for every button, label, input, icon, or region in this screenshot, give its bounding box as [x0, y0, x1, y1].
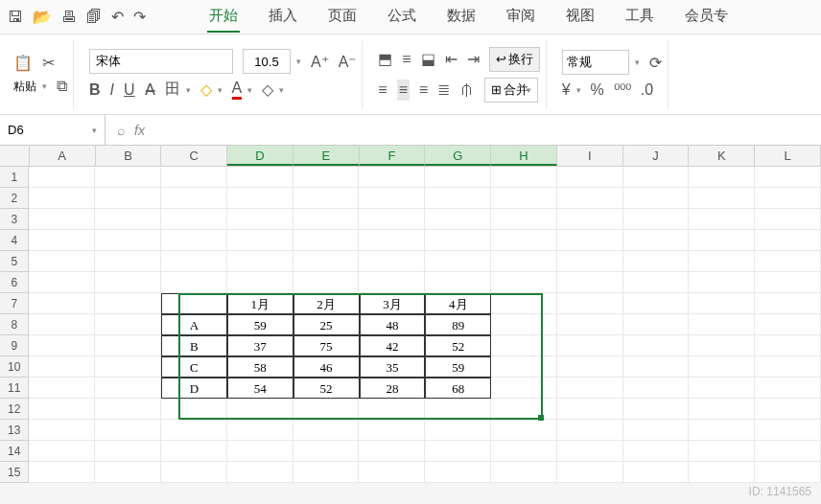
cell[interactable]	[29, 420, 95, 441]
indent-increase-icon[interactable]: ⇥	[467, 50, 480, 68]
cell[interactable]	[557, 209, 623, 230]
cell[interactable]	[623, 272, 690, 293]
cell[interactable]	[359, 399, 425, 420]
cell[interactable]: 3月	[360, 293, 426, 314]
col-header[interactable]: J	[623, 146, 690, 166]
chevron-down-icon[interactable]: ▾	[186, 85, 191, 95]
cell[interactable]	[623, 167, 690, 188]
cell[interactable]	[29, 399, 95, 420]
cell[interactable]	[161, 462, 227, 483]
cell[interactable]: 28	[360, 378, 426, 399]
cell[interactable]	[227, 462, 293, 483]
cell[interactable]	[161, 441, 227, 462]
cell[interactable]	[491, 272, 557, 293]
row-header[interactable]: 5	[0, 251, 29, 272]
cell[interactable]: 54	[227, 378, 293, 399]
cell[interactable]	[95, 188, 161, 209]
col-header[interactable]: L	[755, 146, 821, 166]
cell[interactable]	[557, 441, 623, 462]
cell[interactable]	[623, 314, 690, 335]
cell[interactable]	[557, 188, 623, 209]
cell[interactable]	[161, 272, 227, 293]
cell[interactable]	[293, 251, 360, 272]
cell[interactable]	[755, 293, 821, 314]
cell[interactable]	[95, 399, 161, 420]
fill-color-icon[interactable]: ◇	[200, 80, 212, 99]
cell[interactable]	[425, 251, 491, 272]
cell[interactable]	[359, 230, 425, 251]
cell[interactable]: 52	[293, 378, 360, 399]
wrap-text-button[interactable]: ↩换行	[489, 47, 540, 72]
cell[interactable]: 42	[360, 335, 426, 356]
chevron-down-icon[interactable]: ▾	[296, 57, 301, 66]
row-header[interactable]: 9	[0, 335, 29, 356]
cell[interactable]	[557, 356, 623, 378]
cell[interactable]	[161, 230, 227, 251]
cut-icon[interactable]: ✂	[42, 54, 55, 72]
cell[interactable]: 4月	[425, 293, 491, 314]
cell[interactable]	[425, 167, 491, 188]
cell[interactable]	[359, 188, 425, 209]
chevron-down-icon[interactable]: ▾	[42, 81, 47, 91]
cell[interactable]	[491, 420, 557, 441]
cell[interactable]	[227, 209, 293, 230]
cell[interactable]	[29, 441, 95, 462]
row-header[interactable]: 2	[0, 188, 29, 209]
row-header[interactable]: 14	[0, 441, 29, 462]
open-icon[interactable]: 📂	[33, 8, 52, 26]
cell[interactable]	[623, 293, 690, 314]
row-header[interactable]: 8	[0, 314, 29, 335]
row-header[interactable]: 6	[0, 272, 29, 293]
cell[interactable]: C	[161, 356, 227, 378]
cell[interactable]	[293, 441, 360, 462]
cell[interactable]	[755, 378, 821, 399]
cell[interactable]	[359, 167, 425, 188]
undo-icon[interactable]: ↶	[111, 8, 124, 26]
row-header[interactable]: 7	[0, 293, 29, 314]
cell[interactable]	[95, 314, 161, 335]
cell[interactable]	[557, 335, 623, 356]
search-icon[interactable]: ⌕	[117, 123, 125, 138]
formula-input[interactable]	[154, 123, 809, 137]
col-header[interactable]: E	[293, 146, 360, 166]
cell[interactable]	[359, 272, 425, 293]
number-format-select[interactable]	[562, 50, 629, 75]
decrease-font-icon[interactable]: A⁻	[339, 53, 357, 71]
cell[interactable]: 2月	[293, 293, 360, 314]
cell[interactable]	[491, 188, 557, 209]
cell[interactable]	[755, 462, 821, 483]
cell[interactable]	[95, 356, 161, 378]
cell[interactable]	[491, 335, 557, 356]
cell[interactable]	[293, 209, 360, 230]
cell[interactable]	[755, 399, 821, 420]
tab-insert[interactable]: 插入	[267, 1, 299, 33]
cell[interactable]	[359, 420, 425, 441]
italic-icon[interactable]: I	[110, 81, 114, 99]
cell[interactable]: 52	[425, 335, 491, 356]
row-header[interactable]: 12	[0, 399, 29, 420]
cell[interactable]: D	[161, 378, 227, 399]
cell[interactable]	[293, 167, 360, 188]
cell[interactable]	[623, 188, 690, 209]
cell[interactable]	[689, 272, 755, 293]
cell[interactable]	[293, 230, 360, 251]
cell[interactable]	[227, 441, 293, 462]
cell[interactable]	[689, 462, 755, 483]
indent-decrease-icon[interactable]: ⇤	[445, 50, 457, 68]
cell[interactable]	[623, 420, 690, 441]
cell[interactable]	[29, 272, 95, 293]
col-header[interactable]: C	[161, 146, 227, 166]
cell[interactable]	[227, 230, 293, 251]
cell[interactable]	[755, 314, 821, 335]
cell[interactable]	[293, 272, 360, 293]
cell[interactable]	[689, 251, 755, 272]
cell[interactable]: 89	[425, 314, 491, 335]
print-icon[interactable]: 🖶	[61, 9, 77, 26]
decimal-icon[interactable]: .0	[641, 81, 653, 99]
bold-icon[interactable]: B	[89, 81, 101, 99]
cell[interactable]	[755, 272, 821, 293]
currency-icon[interactable]: ¥	[562, 81, 571, 99]
cell[interactable]	[689, 420, 755, 441]
cell[interactable]	[623, 399, 690, 420]
refresh-icon[interactable]: ⟳	[649, 54, 662, 72]
